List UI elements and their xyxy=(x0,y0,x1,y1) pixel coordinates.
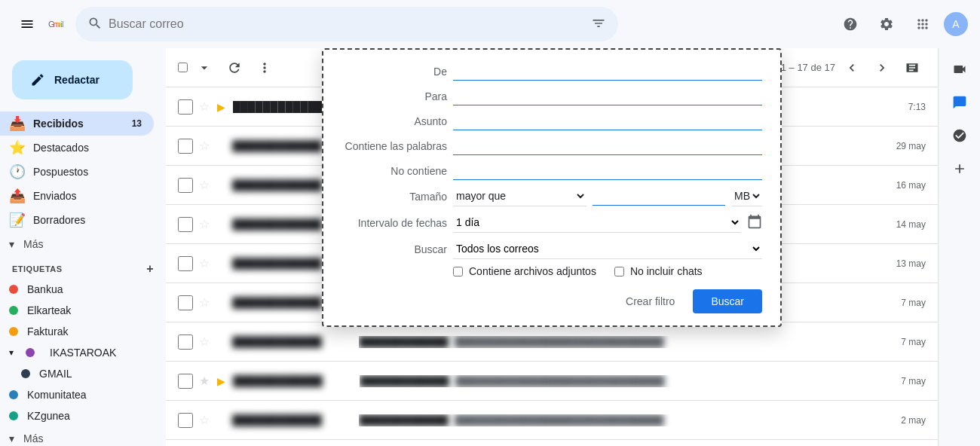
help-button[interactable] xyxy=(835,9,865,39)
add-button[interactable] xyxy=(945,154,975,184)
send-icon: 📤 xyxy=(9,188,24,204)
filter-row-asunto: Asunto xyxy=(341,112,762,130)
avatar[interactable]: A xyxy=(944,12,968,36)
filter-asunto-input[interactable] xyxy=(453,112,762,130)
filter-asunto-label: Asunto xyxy=(341,115,447,127)
right-panel xyxy=(938,48,980,446)
sidebar-label-pospuestos: Pospuestos xyxy=(33,166,88,178)
apps-button[interactable] xyxy=(908,9,938,39)
filter-tamano-wrap: mayor que menor que MB GB KB xyxy=(453,186,762,206)
filter-no-chats-label[interactable]: No incluir chats xyxy=(614,265,703,277)
filter-row-tamano: Tamaño mayor que menor que MB GB KB xyxy=(341,186,762,206)
filter-tamano-select[interactable]: mayor que menor que xyxy=(453,186,586,206)
gmail-dot xyxy=(21,369,30,378)
star-icon: ⭐ xyxy=(9,139,24,156)
calendar-button[interactable] xyxy=(747,214,762,231)
filter-intervalo-wrap: 1 día 3 días 1 semana 2 semanas 1 mes 2 … xyxy=(453,212,762,233)
filter-intervalo-select[interactable]: 1 día 3 días 1 semana 2 semanas 1 mes 2 … xyxy=(453,212,741,233)
label-item-bankua[interactable]: Bankua xyxy=(0,279,154,300)
svg-text:l: l xyxy=(63,20,64,29)
label-item-elkarteak[interactable]: Elkarteak xyxy=(0,300,154,321)
label-mas2: Más xyxy=(23,432,43,444)
filter-tamano-label: Tamaño xyxy=(341,191,447,203)
search-tune-icon[interactable] xyxy=(591,16,606,33)
compose-button[interactable]: Redactar xyxy=(12,60,133,99)
buscar-button[interactable]: Buscar xyxy=(693,289,762,313)
filter-row-para: Para xyxy=(341,87,762,105)
label-elkarteak: Elkarteak xyxy=(27,304,71,316)
search-bar[interactable] xyxy=(75,7,618,41)
fakturak-dot xyxy=(9,327,18,336)
filter-row-no-contiene: No contiene xyxy=(341,161,762,180)
label-item-gmail[interactable]: GMAIL xyxy=(0,363,154,384)
filter-no-chats-checkbox[interactable] xyxy=(614,267,624,276)
sidebar-label-enviados: Enviados xyxy=(33,190,77,202)
label-fakturak: Fakturak xyxy=(27,325,68,338)
sidebar-item-enviados[interactable]: 📤 Enviados xyxy=(0,184,154,208)
top-right-icons: A xyxy=(835,9,968,39)
crear-filtro-button[interactable]: Crear filtro xyxy=(614,289,687,313)
label-komunitatea: Komunitatea xyxy=(27,389,87,401)
sidebar-item-pospuestos[interactable]: 🕐 Pospuestos xyxy=(0,160,154,184)
filter-para-label: Para xyxy=(341,90,447,102)
draft-icon: 📝 xyxy=(9,212,24,228)
filter-row-contiene: Contiene las palabras xyxy=(341,136,762,155)
filter-contiene-label: Contiene las palabras xyxy=(341,140,447,152)
spaces-button[interactable] xyxy=(945,121,975,151)
sidebar-label-borradores: Borradores xyxy=(33,214,85,226)
filter-de-input[interactable] xyxy=(453,62,762,81)
label-bankua: Bankua xyxy=(27,283,63,295)
filter-row-intervalo: Intervalo de fechas 1 día 3 días 1 seman… xyxy=(341,212,762,233)
search-icon xyxy=(87,16,103,33)
main-area: Redactar 📥 Recibidos 13 ⭐ Destacados 🕐 P… xyxy=(0,48,980,446)
search-filter-modal: De Para Asunto Contiene la xyxy=(322,48,782,327)
filter-contiene-input[interactable] xyxy=(453,136,762,155)
filter-mb-input[interactable] xyxy=(593,187,726,206)
label-item-fakturak[interactable]: Fakturak xyxy=(0,321,154,342)
chevron-down-mas2-icon: ▾ xyxy=(9,432,14,444)
ikastaroak-dot xyxy=(26,348,35,357)
label-item-mas2[interactable]: ▾ Más xyxy=(0,426,154,446)
filter-adjuntos-label[interactable]: Contiene archivos adjuntos xyxy=(453,265,596,277)
settings-button[interactable] xyxy=(871,9,902,39)
menu-button[interactable] xyxy=(12,9,42,39)
add-label-icon[interactable]: + xyxy=(146,262,154,276)
bankua-dot xyxy=(9,285,18,294)
clock-icon: 🕐 xyxy=(9,163,24,180)
filter-buscar-select[interactable]: Todos los correos Solo correo recibido S… xyxy=(453,239,762,259)
filter-no-contiene-input[interactable] xyxy=(453,161,762,180)
inbox-icon: 📥 xyxy=(9,115,24,132)
meet-button[interactable] xyxy=(945,54,975,84)
filter-adjuntos-checkbox[interactable] xyxy=(453,267,463,276)
label-item-kzgunea[interactable]: KZgunea xyxy=(0,405,154,426)
gmail-logo: G m a i l xyxy=(48,17,63,32)
sidebar-label-destacados: Destacados xyxy=(33,142,89,154)
sidebar-item-destacados[interactable]: ⭐ Destacados xyxy=(0,136,154,160)
komunitatea-dot xyxy=(9,390,18,399)
label-item-komunitatea[interactable]: Komunitatea xyxy=(0,384,154,405)
app-container: G m a i l A xyxy=(0,0,980,446)
sidebar: Redactar 📥 Recibidos 13 ⭐ Destacados 🕐 P… xyxy=(0,48,166,446)
sidebar-item-recibidos[interactable]: 📥 Recibidos 13 xyxy=(0,112,154,136)
sidebar-item-borradores[interactable]: 📝 Borradores xyxy=(0,208,154,232)
label-ikastaroak: IKASTAROAK xyxy=(50,347,116,359)
filter-mb-unit-select[interactable]: MB GB KB xyxy=(731,186,762,206)
filter-para-input[interactable] xyxy=(453,87,762,105)
label-kzgunea: KZgunea xyxy=(27,410,70,422)
filter-intervalo-label: Intervalo de fechas xyxy=(341,217,447,229)
label-gmail: GMAIL xyxy=(39,368,72,380)
search-input[interactable] xyxy=(109,17,585,31)
filter-row-de: De xyxy=(341,62,762,81)
filter-de-label: De xyxy=(341,66,447,78)
filter-actions: Crear filtro Buscar xyxy=(341,289,762,313)
elkarteak-dot xyxy=(9,306,18,315)
sidebar-item-mas1[interactable]: ▾ Más xyxy=(0,232,154,256)
filter-row-buscar: Buscar Todos los correos Solo correo rec… xyxy=(341,239,762,259)
filter-checkbox-row: Contiene archivos adjuntos No incluir ch… xyxy=(341,265,762,277)
top-bar: G m a i l A xyxy=(0,0,980,48)
chevron-down-ikastaroak: ▾ xyxy=(9,347,14,358)
content-area: 1 – 17 de 17 ☆ xyxy=(166,48,938,446)
chat-button[interactable] xyxy=(945,87,975,118)
label-item-ikastaroak[interactable]: ▾ IKASTAROAK xyxy=(0,342,154,363)
chevron-down-icon: ▾ xyxy=(9,238,14,250)
